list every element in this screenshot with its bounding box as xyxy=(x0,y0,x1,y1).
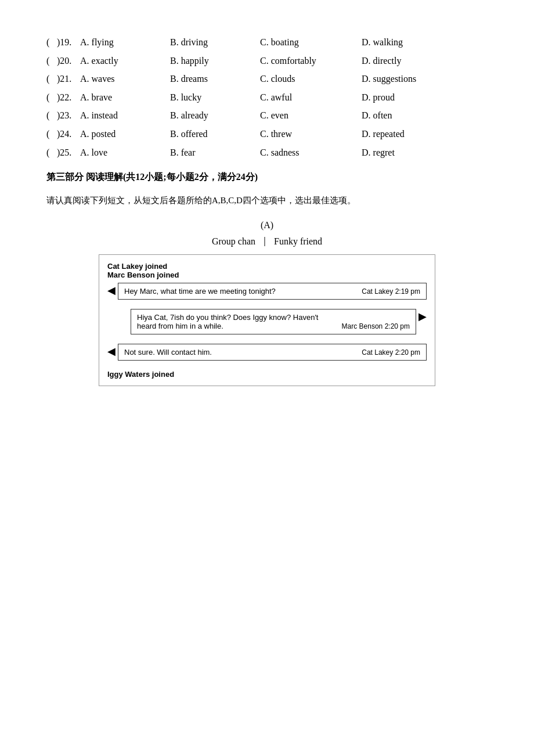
qnum-23: )23. xyxy=(57,108,80,123)
q25-d: D. regret xyxy=(362,145,395,160)
q24-a: A. posted xyxy=(80,127,170,142)
q19-b: B. driving xyxy=(170,35,260,50)
chat-msg1-text: Hey Marc, what time are we meeting tonig… xyxy=(124,287,356,296)
arrow-left-1: ◀ xyxy=(107,284,116,297)
qnum-22: )22. xyxy=(57,90,80,105)
q21-a: A. waves xyxy=(80,71,170,87)
chat-msg3-text: Not sure. Will contact him. xyxy=(124,348,356,357)
chat-msg2-bubble: Hiya Cat, 7ish do you think? Does Iggy k… xyxy=(131,309,416,334)
chat-msg3-meta: Cat Lakey 2:20 pm xyxy=(362,348,420,357)
bracket-24: ( xyxy=(46,127,57,142)
questions-section: ( )19. A. flying B. driving C. boating D… xyxy=(46,35,488,160)
bracket-19: ( xyxy=(46,35,57,50)
chat-msg2-text: Hiya Cat, 7ish do you think? Does Iggy k… xyxy=(137,313,336,330)
q20-b: B. happily xyxy=(170,53,260,69)
q19-a: A. flying xyxy=(80,35,170,50)
section3-instructions: 请认真阅读下列短文，从短文后各题所给的A,B,C,D四个选项中，选出最佳选项。 xyxy=(46,193,488,208)
question-row-20: ( )20. A. exactly B. happily C. comforta… xyxy=(46,53,488,69)
question-row-24: ( )24. A. posted B. offered C. threw D. … xyxy=(46,127,488,142)
q22-a: A. brave xyxy=(80,90,170,105)
q24-c: C. threw xyxy=(260,127,362,142)
section3-header: 第三部分 阅读理解(共12小题;每小题2分，满分24分) xyxy=(46,171,488,183)
q21-c: C. clouds xyxy=(260,71,362,87)
qnum-24: )24. xyxy=(57,127,80,142)
q24-d: D. repeated xyxy=(362,127,405,142)
q19-c: C. boating xyxy=(260,35,362,50)
passage-a-title1: Group chan xyxy=(212,236,255,247)
q22-b: B. lucky xyxy=(170,90,260,105)
q20-d: D. directly xyxy=(362,53,401,69)
question-row-23: ( )23. A. instead B. already C. even D. … xyxy=(46,108,488,123)
chat-container: Cat Lakey joined Marc Benson joined ◀ He… xyxy=(99,254,435,386)
arrow-left-3: ◀ xyxy=(107,345,116,358)
passage-a-divider: ｜ xyxy=(260,235,269,247)
chat-msg3-bubble: Not sure. Will contact him. Cat Lakey 2:… xyxy=(118,344,427,361)
qnum-21: )21. xyxy=(57,71,80,87)
bracket-20: ( xyxy=(46,53,57,69)
question-row-19: ( )19. A. flying B. driving C. boating D… xyxy=(46,35,488,50)
bracket-22: ( xyxy=(46,90,57,105)
q23-d: D. often xyxy=(362,108,392,123)
chat-msg3-row: ◀ Not sure. Will contact him. Cat Lakey … xyxy=(107,344,427,365)
q23-a: A. instead xyxy=(80,108,170,123)
bracket-21: ( xyxy=(46,71,57,87)
passage-a-label: (A) xyxy=(46,220,488,231)
q22-d: D. proud xyxy=(362,90,395,105)
question-row-21: ( )21. A. waves B. dreams C. clouds D. s… xyxy=(46,71,488,87)
chat-msg2-meta: Marc Benson 2:20 pm xyxy=(342,322,410,330)
question-row-22: ( )22. A. brave B. lucky C. awful D. pro… xyxy=(46,90,488,105)
qnum-19: )19. xyxy=(57,35,80,50)
question-row-25: ( )25. A. love B. fear C. sadness D. reg… xyxy=(46,145,488,160)
q23-c: C. even xyxy=(260,108,362,123)
q19-d: D. walking xyxy=(362,35,403,50)
bracket-23: ( xyxy=(46,108,57,123)
arrow-right-2: ▶ xyxy=(418,310,427,323)
q25-c: C. sadness xyxy=(260,145,362,160)
chat-msg2-row: Hiya Cat, 7ish do you think? Does Iggy k… xyxy=(119,309,427,339)
chat-msg1-meta: Cat Lakey 2:19 pm xyxy=(362,287,420,296)
q20-c: C. comfortably xyxy=(260,53,362,69)
chat-join-iggy: Iggy Waters joined xyxy=(107,370,427,379)
chat-msg1-bubble: Hey Marc, what time are we meeting tonig… xyxy=(118,283,427,300)
passage-a-subtitle: Group chan ｜ Funky friend xyxy=(46,235,488,247)
qnum-20: )20. xyxy=(57,53,80,69)
q23-b: B. already xyxy=(170,108,260,123)
q25-a: A. love xyxy=(80,145,170,160)
chat-join-cat: Cat Lakey joined Marc Benson joined xyxy=(107,262,427,279)
q25-b: B. fear xyxy=(170,145,260,160)
q21-d: D. suggestions xyxy=(362,71,416,87)
qnum-25: )25. xyxy=(57,145,80,160)
q21-b: B. dreams xyxy=(170,71,260,87)
bracket-25: ( xyxy=(46,145,57,160)
q20-a: A. exactly xyxy=(80,53,170,69)
passage-a-title2: Funky friend xyxy=(274,236,322,247)
q22-c: C. awful xyxy=(260,90,362,105)
chat-msg1-row: ◀ Hey Marc, what time are we meeting ton… xyxy=(107,283,427,304)
q24-b: B. offered xyxy=(170,127,260,142)
